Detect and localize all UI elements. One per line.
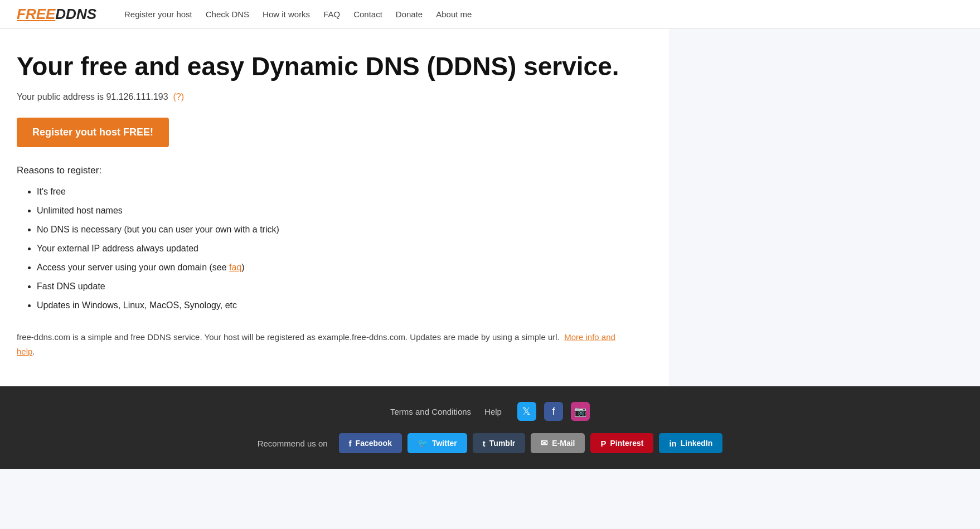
tumblr-btn-icon: t (483, 439, 486, 448)
footer-social-icons: 𝕏f📷 (517, 402, 590, 421)
social-btn-tumblr[interactable]: tTumblr (473, 433, 525, 453)
ip-text: Your public address is 91.126.111.193 (17, 92, 168, 101)
linkedin-btn-icon: in (669, 439, 676, 448)
instagram-icon[interactable]: 📷 (571, 402, 590, 421)
pinterest-btn-label: Pinterest (610, 439, 643, 448)
e-mail-btn-label: E-Mail (552, 439, 575, 448)
header: FREEDDNS Register your hostCheck DNSHow … (0, 0, 980, 29)
description: free-ddns.com is a simple and free DDNS … (17, 330, 630, 358)
page-headline: Your free and easy Dynamic DNS (DDNS) se… (17, 51, 652, 82)
description-text-before: free-ddns.com is a simple and free DDNS … (17, 332, 560, 342)
footer-link-terms-and-conditions[interactable]: Terms and Conditions (390, 407, 471, 416)
footer: Terms and ConditionsHelp 𝕏f📷 Recommend u… (0, 386, 980, 469)
ip-help-link[interactable]: (?) (173, 92, 185, 101)
social-btn-e-mail[interactable]: ✉E-Mail (531, 433, 585, 453)
description-text-after: . (32, 347, 35, 356)
reason-item: No DNS is necessary (but you can user yo… (37, 223, 652, 236)
logo[interactable]: FREEDDNS (17, 6, 96, 23)
twitter-icon[interactable]: 𝕏 (517, 402, 536, 421)
nav-item-how-it-works[interactable]: How it works (263, 9, 310, 19)
facebook-btn-icon: f (349, 439, 352, 448)
reason-item: Fast DNS update (37, 280, 652, 293)
footer-top: Terms and ConditionsHelp 𝕏f📷 (11, 402, 969, 421)
logo-ddns: DDNS (55, 6, 96, 23)
main-content: Your free and easy Dynamic DNS (DDNS) se… (0, 29, 669, 386)
nav-item-faq[interactable]: FAQ (323, 9, 340, 19)
reason-item: It's free (37, 185, 652, 198)
footer-bottom: Recommend us on fFacebook🐦TwittertTumblr… (11, 433, 969, 453)
nav-item-register-your-host[interactable]: Register your host (124, 9, 192, 19)
twitter-btn-label: Twitter (432, 439, 457, 448)
social-btn-pinterest[interactable]: PPinterest (590, 433, 653, 453)
social-btn-twitter[interactable]: 🐦Twitter (407, 433, 467, 453)
reasons-list: It's freeUnlimited host namesNo DNS is n… (17, 185, 652, 312)
footer-link-help[interactable]: Help (484, 407, 502, 416)
nav-item-check-dns[interactable]: Check DNS (206, 9, 249, 19)
reason-item: Unlimited host names (37, 204, 652, 217)
reason-item: Updates in Windows, Linux, MacOS, Synolo… (37, 299, 652, 312)
recommend-label: Recommend us on (258, 439, 328, 448)
e-mail-btn-icon: ✉ (541, 438, 548, 448)
tumblr-btn-label: Tumblr (489, 439, 515, 448)
social-btn-linkedin[interactable]: inLinkedIn (659, 433, 722, 453)
twitter-btn-icon: 🐦 (418, 438, 428, 448)
reason-item: Access your server using your own domain… (37, 261, 652, 274)
linkedin-btn-label: LinkedIn (681, 439, 713, 448)
faq-link[interactable]: faq (229, 263, 241, 272)
nav-item-contact[interactable]: Contact (353, 9, 382, 19)
facebook-btn-label: Facebook (356, 439, 392, 448)
main-nav: Register your hostCheck DNSHow it worksF… (124, 9, 472, 19)
nav-item-about-me[interactable]: About me (436, 9, 472, 19)
reason-item: Your external IP address always updated (37, 242, 652, 255)
reasons-title: Reasons to register: (17, 165, 652, 176)
facebook-icon[interactable]: f (544, 402, 563, 421)
pinterest-btn-icon: P (600, 439, 606, 448)
nav-item-donate[interactable]: Donate (396, 9, 423, 19)
logo-free: FREE (17, 6, 55, 23)
social-btn-facebook[interactable]: fFacebook (339, 433, 402, 453)
register-button[interactable]: Register yout host FREE! (17, 118, 169, 147)
ip-line: Your public address is 91.126.111.193 (?… (17, 92, 652, 102)
